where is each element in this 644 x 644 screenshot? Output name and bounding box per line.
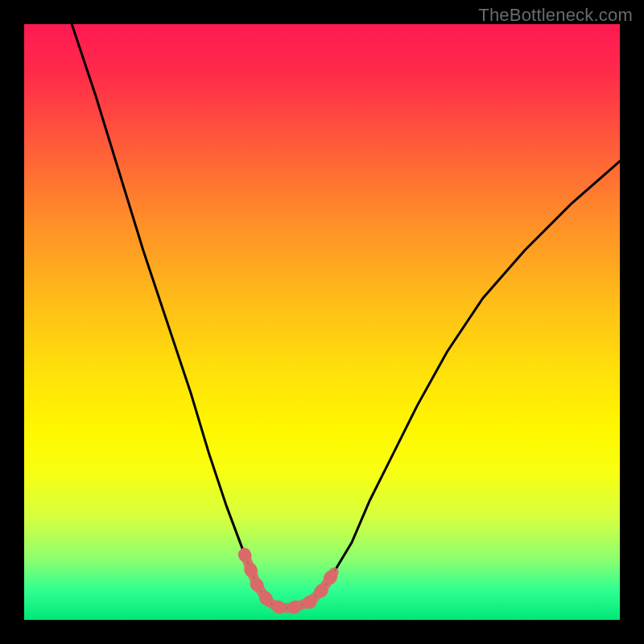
highlight-segment-solid xyxy=(245,555,334,609)
watermark-text: TheBottleneck.com xyxy=(478,5,633,26)
chart-frame: TheBottleneck.com xyxy=(0,0,644,644)
plot-area xyxy=(24,24,620,620)
bottleneck-curve xyxy=(72,24,620,608)
curve-svg xyxy=(24,24,620,620)
